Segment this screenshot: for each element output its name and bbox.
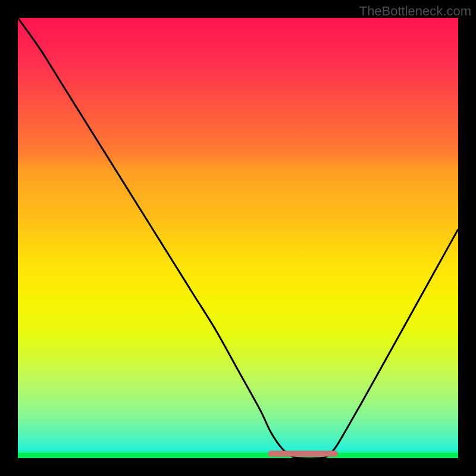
bottleneck-curve <box>18 18 458 458</box>
curve-layer <box>18 18 458 458</box>
watermark-label: TheBottleneck.com <box>359 4 471 19</box>
plot-area <box>18 18 458 458</box>
chart-container: TheBottleneck.com <box>0 0 476 476</box>
